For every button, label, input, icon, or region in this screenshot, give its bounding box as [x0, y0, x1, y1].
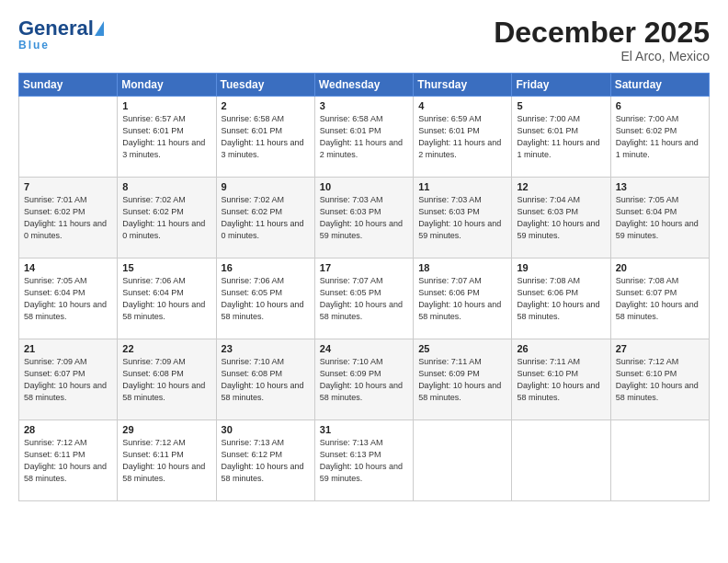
day-number: 20 — [616, 262, 704, 273]
header-day-wednesday: Wednesday — [314, 74, 413, 97]
calendar-week-1: 1Sunrise: 6:57 AM Sunset: 6:01 PM Daylig… — [19, 97, 710, 178]
day-info: Sunrise: 7:08 AM Sunset: 6:07 PM Dayligh… — [616, 275, 704, 323]
day-number: 4 — [418, 100, 506, 111]
day-info: Sunrise: 7:08 AM Sunset: 6:06 PM Dayligh… — [517, 275, 605, 323]
day-info: Sunrise: 7:13 AM Sunset: 6:12 PM Dayligh… — [222, 437, 310, 485]
day-info: Sunrise: 7:06 AM Sunset: 6:04 PM Dayligh… — [122, 275, 210, 323]
day-info: Sunrise: 7:07 AM Sunset: 6:05 PM Dayligh… — [320, 275, 408, 323]
logo: General Blue — [18, 17, 104, 52]
day-number: 3 — [320, 100, 408, 111]
calendar-cell: 18Sunrise: 7:07 AM Sunset: 6:06 PM Dayli… — [414, 259, 512, 339]
day-number: 24 — [320, 343, 408, 354]
header: General Blue December 2025 El Arco, Mexi… — [18, 17, 710, 63]
day-number: 25 — [418, 343, 506, 354]
day-number: 13 — [616, 181, 704, 192]
calendar-cell — [19, 97, 118, 178]
calendar-cell: 16Sunrise: 7:06 AM Sunset: 6:05 PM Dayli… — [216, 259, 314, 339]
day-number: 5 — [517, 100, 605, 111]
day-info: Sunrise: 6:58 AM Sunset: 6:01 PM Dayligh… — [222, 113, 310, 161]
day-number: 31 — [320, 424, 408, 435]
day-info: Sunrise: 7:12 AM Sunset: 6:11 PM Dayligh… — [24, 437, 112, 485]
calendar-cell: 2Sunrise: 6:58 AM Sunset: 6:01 PM Daylig… — [216, 97, 314, 178]
location: El Arco, Mexico — [494, 49, 710, 63]
calendar-cell: 8Sunrise: 7:02 AM Sunset: 6:02 PM Daylig… — [118, 178, 216, 259]
logo-wrap: General — [18, 17, 104, 40]
day-number: 11 — [418, 181, 506, 192]
calendar-week-2: 7Sunrise: 7:01 AM Sunset: 6:02 PM Daylig… — [19, 178, 710, 259]
day-info: Sunrise: 7:02 AM Sunset: 6:02 PM Dayligh… — [122, 194, 210, 242]
calendar-cell: 20Sunrise: 7:08 AM Sunset: 6:07 PM Dayli… — [610, 259, 709, 339]
day-info: Sunrise: 6:57 AM Sunset: 6:01 PM Dayligh… — [122, 113, 210, 161]
calendar-cell: 13Sunrise: 7:05 AM Sunset: 6:04 PM Dayli… — [610, 178, 709, 259]
calendar-cell: 24Sunrise: 7:10 AM Sunset: 6:09 PM Dayli… — [314, 339, 413, 420]
day-number: 14 — [24, 262, 112, 273]
calendar-cell: 23Sunrise: 7:10 AM Sunset: 6:08 PM Dayli… — [216, 339, 314, 420]
calendar-cell — [414, 420, 512, 501]
day-number: 2 — [222, 100, 310, 111]
day-number: 10 — [320, 181, 408, 192]
day-info: Sunrise: 6:58 AM Sunset: 6:01 PM Dayligh… — [320, 113, 408, 161]
day-info: Sunrise: 7:09 AM Sunset: 6:07 PM Dayligh… — [24, 356, 112, 404]
calendar-cell: 19Sunrise: 7:08 AM Sunset: 6:06 PM Dayli… — [512, 259, 610, 339]
day-number: 16 — [222, 262, 310, 273]
day-info: Sunrise: 7:04 AM Sunset: 6:03 PM Dayligh… — [517, 194, 605, 242]
day-number: 8 — [122, 181, 210, 192]
day-info: Sunrise: 7:12 AM Sunset: 6:10 PM Dayligh… — [616, 356, 704, 404]
logo-blue-text: Blue — [18, 39, 50, 52]
day-info: Sunrise: 7:05 AM Sunset: 6:04 PM Dayligh… — [616, 194, 704, 242]
month-title: December 2025 — [494, 17, 710, 49]
day-number: 30 — [222, 424, 310, 435]
header-day-sunday: Sunday — [19, 74, 118, 97]
day-info: Sunrise: 7:01 AM Sunset: 6:02 PM Dayligh… — [24, 194, 112, 242]
day-number: 1 — [122, 100, 210, 111]
day-info: Sunrise: 7:10 AM Sunset: 6:09 PM Dayligh… — [320, 356, 408, 404]
day-number: 12 — [517, 181, 605, 192]
calendar-table: SundayMondayTuesdayWednesdayThursdayFrid… — [18, 73, 710, 501]
calendar-cell: 9Sunrise: 7:02 AM Sunset: 6:02 PM Daylig… — [216, 178, 314, 259]
day-number: 27 — [616, 343, 704, 354]
day-info: Sunrise: 7:05 AM Sunset: 6:04 PM Dayligh… — [24, 275, 112, 323]
calendar-cell: 3Sunrise: 6:58 AM Sunset: 6:01 PM Daylig… — [314, 97, 413, 178]
day-info: Sunrise: 7:10 AM Sunset: 6:08 PM Dayligh… — [222, 356, 310, 404]
calendar-cell: 21Sunrise: 7:09 AM Sunset: 6:07 PM Dayli… — [19, 339, 118, 420]
day-number: 19 — [517, 262, 605, 273]
day-number: 15 — [122, 262, 210, 273]
calendar-cell — [512, 420, 610, 501]
day-info: Sunrise: 7:09 AM Sunset: 6:08 PM Dayligh… — [122, 356, 210, 404]
day-info: Sunrise: 7:11 AM Sunset: 6:09 PM Dayligh… — [418, 356, 506, 404]
calendar-cell: 7Sunrise: 7:01 AM Sunset: 6:02 PM Daylig… — [19, 178, 118, 259]
calendar-cell: 11Sunrise: 7:03 AM Sunset: 6:03 PM Dayli… — [414, 178, 512, 259]
header-day-friday: Friday — [512, 74, 610, 97]
day-info: Sunrise: 7:13 AM Sunset: 6:13 PM Dayligh… — [320, 437, 408, 485]
calendar-cell: 29Sunrise: 7:12 AM Sunset: 6:11 PM Dayli… — [118, 420, 216, 501]
calendar-header-row: SundayMondayTuesdayWednesdayThursdayFrid… — [19, 74, 710, 97]
day-info: Sunrise: 7:07 AM Sunset: 6:06 PM Dayligh… — [418, 275, 506, 323]
calendar-cell: 6Sunrise: 7:00 AM Sunset: 6:02 PM Daylig… — [610, 97, 709, 178]
day-number: 29 — [122, 424, 210, 435]
day-number: 26 — [517, 343, 605, 354]
header-day-thursday: Thursday — [414, 74, 512, 97]
calendar-cell: 28Sunrise: 7:12 AM Sunset: 6:11 PM Dayli… — [19, 420, 118, 501]
day-number: 28 — [24, 424, 112, 435]
calendar-cell: 30Sunrise: 7:13 AM Sunset: 6:12 PM Dayli… — [216, 420, 314, 501]
calendar-cell: 4Sunrise: 6:59 AM Sunset: 6:01 PM Daylig… — [414, 97, 512, 178]
day-info: Sunrise: 6:59 AM Sunset: 6:01 PM Dayligh… — [418, 113, 506, 161]
day-number: 17 — [320, 262, 408, 273]
header-day-saturday: Saturday — [610, 74, 709, 97]
logo-triangle-icon — [95, 21, 104, 36]
logo-general-text: General — [18, 17, 94, 40]
title-block: December 2025 El Arco, Mexico — [494, 17, 710, 63]
day-number: 18 — [418, 262, 506, 273]
calendar-page: General Blue December 2025 El Arco, Mexi… — [0, 0, 728, 563]
day-number: 6 — [616, 100, 704, 111]
calendar-cell: 31Sunrise: 7:13 AM Sunset: 6:13 PM Dayli… — [314, 420, 413, 501]
calendar-week-3: 14Sunrise: 7:05 AM Sunset: 6:04 PM Dayli… — [19, 259, 710, 339]
day-info: Sunrise: 7:06 AM Sunset: 6:05 PM Dayligh… — [222, 275, 310, 323]
day-number: 22 — [122, 343, 210, 354]
calendar-week-4: 21Sunrise: 7:09 AM Sunset: 6:07 PM Dayli… — [19, 339, 710, 420]
calendar-cell: 25Sunrise: 7:11 AM Sunset: 6:09 PM Dayli… — [414, 339, 512, 420]
day-number: 23 — [222, 343, 310, 354]
calendar-cell: 5Sunrise: 7:00 AM Sunset: 6:01 PM Daylig… — [512, 97, 610, 178]
day-number: 9 — [222, 181, 310, 192]
calendar-cell: 22Sunrise: 7:09 AM Sunset: 6:08 PM Dayli… — [118, 339, 216, 420]
